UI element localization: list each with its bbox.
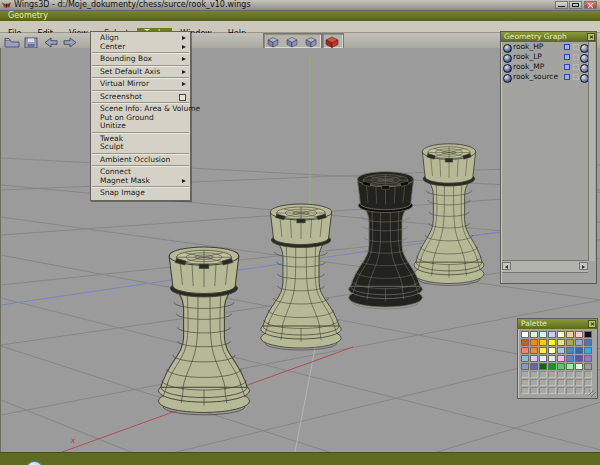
palette-swatch-2[interactable]	[539, 331, 547, 338]
palette-swatch-9[interactable]	[530, 339, 538, 346]
eye-icon[interactable]	[503, 74, 512, 83]
palette-empty-swatch[interactable]	[557, 379, 565, 386]
wireframe-toggle-icon[interactable]	[564, 64, 570, 70]
scroll-right-icon[interactable]	[579, 262, 588, 270]
palette-swatch-25[interactable]	[530, 355, 538, 362]
palette-swatch-31[interactable]	[584, 355, 592, 362]
body-mode-button[interactable]	[322, 33, 344, 49]
object-row-rook-source[interactable]: rook_source	[501, 72, 596, 82]
palette-swatch-3[interactable]	[548, 331, 556, 338]
lock-toggle-icon[interactable]	[573, 44, 579, 50]
lock-toggle-icon[interactable]	[573, 54, 579, 60]
palette-empty-swatch[interactable]	[539, 379, 547, 386]
geometry-graph-close-icon[interactable]	[587, 33, 595, 41]
rook-model-mp[interactable]	[158, 247, 249, 415]
menu-item-screenshot[interactable]: Screenshot	[91, 93, 190, 102]
lock-toggle-icon[interactable]	[573, 74, 579, 80]
palette-swatch-1[interactable]	[530, 331, 538, 338]
workspace-bar[interactable]: Geometry	[0, 11, 600, 21]
palette-swatch-39[interactable]	[584, 363, 592, 370]
geometry-graph-vscrollbar[interactable]	[588, 42, 595, 261]
palette-swatch-14[interactable]	[575, 339, 583, 346]
palette-swatch-32[interactable]	[521, 363, 529, 370]
palette-empty-swatch[interactable]	[575, 387, 583, 394]
face-mode-button[interactable]	[302, 34, 320, 47]
palette-swatch-7[interactable]	[584, 331, 592, 338]
palette-swatch-17[interactable]	[530, 347, 538, 354]
palette-swatch-8[interactable]	[521, 339, 529, 346]
palette-titlebar[interactable]: Palette	[518, 319, 597, 329]
rook-model-lp[interactable]	[261, 204, 342, 350]
palette-resize-grip[interactable]	[589, 390, 596, 397]
menu-item-set-default-axis[interactable]: Set Default Axis	[91, 68, 190, 77]
undo-button[interactable]	[42, 34, 60, 47]
geometry-graph-hscrollbar[interactable]	[502, 260, 588, 273]
palette-swatch-13[interactable]	[566, 339, 574, 346]
palette-swatch-23[interactable]	[584, 347, 592, 354]
palette-swatch-33[interactable]	[530, 363, 538, 370]
wireframe-toggle-icon[interactable]	[564, 44, 570, 50]
palette-swatch-26[interactable]	[539, 355, 547, 362]
maximize-button[interactable]	[569, 1, 582, 9]
palette-empty-swatch[interactable]	[557, 371, 565, 378]
object-row-rook-hp[interactable]: rook_HP	[501, 42, 596, 52]
object-row-rook-lp[interactable]: rook_LP	[501, 52, 596, 62]
palette-empty-swatch[interactable]	[530, 379, 538, 386]
palette-swatch-29[interactable]	[566, 355, 574, 362]
palette-empty-swatch[interactable]	[575, 379, 583, 386]
option-box-icon[interactable]	[179, 94, 186, 101]
palette-empty-swatch[interactable]	[566, 379, 574, 386]
menu-item-bounding-box[interactable]: Bounding Box	[91, 55, 190, 64]
palette-swatch-4[interactable]	[557, 331, 565, 338]
palette-empty-swatch[interactable]	[548, 387, 556, 394]
palette-empty-swatch[interactable]	[530, 371, 538, 378]
palette-swatch-21[interactable]	[566, 347, 574, 354]
palette-empty-swatch[interactable]	[530, 387, 538, 394]
close-button[interactable]	[584, 1, 597, 9]
palette-empty-swatch[interactable]	[566, 387, 574, 394]
vertex-mode-button[interactable]	[264, 34, 282, 47]
palette-swatch-34[interactable]	[539, 363, 547, 370]
palette-swatch-27[interactable]	[548, 355, 556, 362]
rook-model-source[interactable]	[414, 144, 484, 286]
wireframe-toggle-icon[interactable]	[564, 54, 570, 60]
palette-close-icon[interactable]	[588, 320, 596, 328]
palette-swatch-24[interactable]	[521, 355, 529, 362]
palette-swatch-20[interactable]	[557, 347, 565, 354]
palette-empty-swatch[interactable]	[584, 371, 592, 378]
palette-empty-swatch[interactable]	[521, 379, 529, 386]
menu-item-sculpt[interactable]: Sculpt	[91, 143, 190, 152]
palette-empty-swatch[interactable]	[548, 379, 556, 386]
palette-swatch-38[interactable]	[575, 363, 583, 370]
palette-swatch-28[interactable]	[557, 355, 565, 362]
palette-swatch-30[interactable]	[575, 355, 583, 362]
palette-empty-swatch[interactable]	[521, 371, 529, 378]
minimize-button[interactable]	[555, 1, 568, 9]
palette-swatch-6[interactable]	[575, 331, 583, 338]
scroll-left-icon[interactable]	[502, 262, 511, 270]
menu-item-unitize[interactable]: Unitize	[91, 122, 190, 131]
menu-item-virtual-mirror[interactable]: Virtual Mirror	[91, 80, 190, 89]
palette-swatch-12[interactable]	[557, 339, 565, 346]
open-file-button[interactable]	[3, 34, 21, 47]
palette-swatch-18[interactable]	[539, 347, 547, 354]
wireframe-toggle-icon[interactable]	[564, 74, 570, 80]
edge-mode-button[interactable]	[283, 34, 301, 47]
palette-swatch-22[interactable]	[575, 347, 583, 354]
menu-item-center[interactable]: Center	[91, 43, 190, 52]
lock-toggle-icon[interactable]	[573, 64, 579, 70]
menu-item-magnet-mask[interactable]: Magnet Mask	[91, 177, 190, 186]
palette-swatch-11[interactable]	[548, 339, 556, 346]
palette-swatch-19[interactable]	[548, 347, 556, 354]
palette-empty-swatch[interactable]	[521, 387, 529, 394]
palette-swatch-0[interactable]	[521, 331, 529, 338]
geometry-graph-titlebar[interactable]: Geometry Graph	[501, 32, 596, 42]
palette-empty-swatch[interactable]	[539, 371, 547, 378]
redo-button[interactable]	[61, 34, 79, 47]
palette-swatch-10[interactable]	[539, 339, 547, 346]
palette-empty-swatch[interactable]	[557, 387, 565, 394]
palette-empty-swatch[interactable]	[584, 379, 592, 386]
palette-swatch-36[interactable]	[557, 363, 565, 370]
palette-swatch-15[interactable]	[584, 339, 592, 346]
palette-empty-swatch[interactable]	[548, 371, 556, 378]
